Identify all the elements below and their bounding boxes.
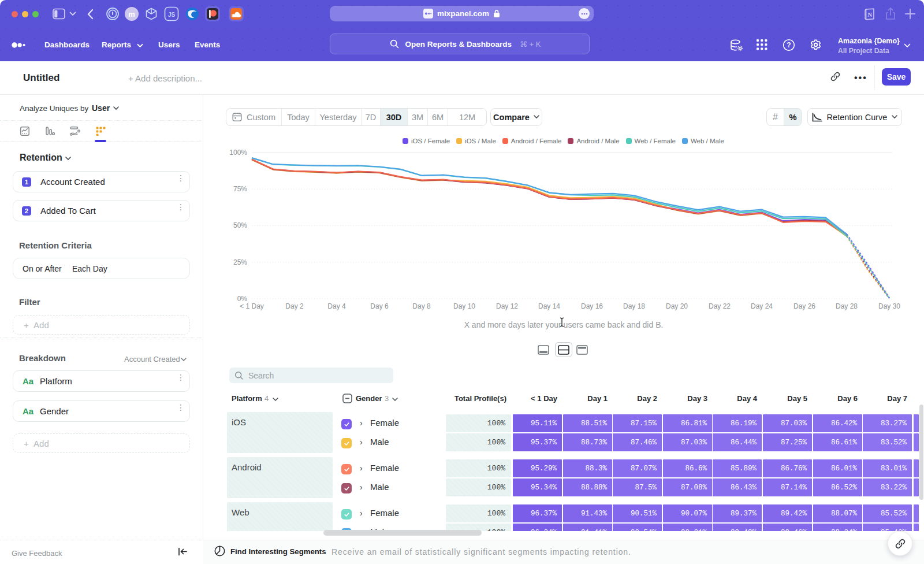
svg-text:< 1 Day: < 1 Day [240, 302, 264, 310]
svg-text:Day 24: Day 24 [751, 302, 773, 310]
svg-text:Day 6: Day 6 [370, 302, 389, 310]
svg-text:Day 2: Day 2 [285, 302, 304, 310]
svg-text:Day 8: Day 8 [412, 302, 431, 310]
svg-text:25%: 25% [233, 258, 247, 266]
svg-text:Day 18: Day 18 [623, 302, 645, 310]
svg-text:Day 10: Day 10 [453, 302, 475, 310]
svg-text:50%: 50% [233, 221, 247, 229]
svg-text:Day 20: Day 20 [666, 302, 688, 310]
svg-text:Day 22: Day 22 [709, 302, 731, 310]
svg-text:Day 4: Day 4 [327, 302, 346, 310]
svg-text:N: N [867, 11, 872, 18]
svg-text:Day 28: Day 28 [836, 302, 858, 310]
svg-text:0%: 0% [237, 295, 248, 303]
svg-text:JS: JS [168, 12, 176, 18]
svg-text:Day 26: Day 26 [793, 302, 815, 310]
svg-text:75%: 75% [233, 185, 247, 193]
svg-text:Day 30: Day 30 [878, 302, 900, 310]
svg-text:Day 12: Day 12 [496, 302, 518, 310]
svg-text:100%: 100% [229, 149, 247, 157]
svg-text:Day 16: Day 16 [581, 302, 603, 310]
svg-text:Day 14: Day 14 [538, 302, 560, 310]
svg-text:?: ? [787, 41, 791, 49]
